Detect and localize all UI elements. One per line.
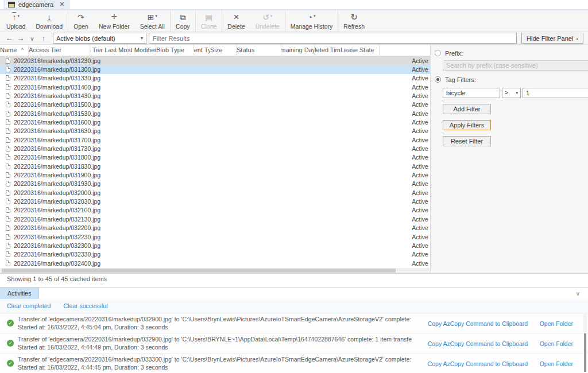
table-row[interactable]: 20220316/markedup/032000.jpg Active xyxy=(0,188,430,197)
tab-edgecamera[interactable]: edgecamera ✕ xyxy=(3,0,70,9)
table-row[interactable]: 20220316/markedup/032330.jpg Active xyxy=(0,250,430,259)
blob-status: Active xyxy=(408,66,430,73)
toolbar-button[interactable]: Open xyxy=(68,10,94,32)
table-row[interactable]: 20220316/markedup/031330.jpg Active xyxy=(0,74,430,83)
tab-title: edgecamera xyxy=(18,1,53,8)
tag-value-input[interactable] xyxy=(523,88,588,98)
table-row[interactable]: 20220316/markedup/032130.jpg Active xyxy=(0,215,430,223)
table-row[interactable]: 20220316/markedup/031800.jpg Active xyxy=(0,153,430,162)
prefix-radio[interactable] xyxy=(435,50,441,56)
column-header[interactable]: Last Modified xyxy=(127,45,156,56)
toolbar-button[interactable]: Refresh xyxy=(338,10,370,32)
clear-completed-link[interactable]: Clear completed xyxy=(7,302,51,309)
table-row[interactable]: 20220316/markedup/031600.jpg Active xyxy=(0,118,430,126)
blob-name: 20220316/markedup/032130.jpg xyxy=(14,216,100,223)
filter-results-input[interactable] xyxy=(149,33,517,44)
collapse-panel-icon[interactable]: ∨ xyxy=(576,290,580,297)
blob-view-dropdown[interactable]: Active blobs (default) ▾ xyxy=(53,33,146,44)
file-icon xyxy=(6,102,10,107)
column-header[interactable]: Status xyxy=(237,45,281,56)
file-icon xyxy=(6,216,10,222)
activities-scrollbar[interactable] xyxy=(583,314,587,372)
toolbar-button[interactable]: ▾ Select All xyxy=(135,10,171,32)
toolbar-button[interactable]: Copy xyxy=(171,10,196,32)
add-filter-button[interactable]: Add Filter xyxy=(443,104,491,114)
table-row[interactable]: 20220316/markedup/032100.jpg Active xyxy=(0,206,430,215)
table-row[interactable]: 20220316/markedup/031230.jpg Active xyxy=(0,56,430,65)
tag-operator-dropdown[interactable]: > ▾ xyxy=(502,88,521,98)
table-row[interactable]: 20220316/markedup/032030.jpg Active xyxy=(0,197,430,205)
reset-filter-button[interactable]: Reset Filter xyxy=(443,136,491,146)
table-row[interactable]: 20220316/markedup/031630.jpg Active xyxy=(0,127,430,135)
tab-close-icon[interactable]: ✕ xyxy=(59,1,64,8)
open-folder-link[interactable]: Open Folder xyxy=(540,320,573,327)
table-row[interactable]: 20220316/markedup/031700.jpg Active xyxy=(0,135,430,144)
toolbar-button-label: Refresh xyxy=(343,23,365,30)
tag-key-input[interactable] xyxy=(443,88,500,98)
status-bar: Showing 1 to 45 of 45 cached items xyxy=(0,273,588,283)
table-row[interactable]: 20220316/markedup/032300.jpg Active xyxy=(0,241,430,250)
activity-entry: ✓ Transfer of 'edgecamera/20220316/marke… xyxy=(0,313,588,333)
copy-azcopy-link[interactable]: Copy AzCopy Command to Clipboard xyxy=(428,340,528,347)
toolbar-button[interactable]: New Folder xyxy=(94,10,135,32)
toolbar-button[interactable]: Clone xyxy=(196,10,222,32)
activities-scrollbar-thumb[interactable] xyxy=(584,333,586,372)
toolbar-button[interactable]: Delete xyxy=(222,10,250,32)
up-level-icon[interactable] xyxy=(39,34,48,42)
table-row[interactable]: 20220316/markedup/031930.jpg Active xyxy=(0,180,430,188)
blob-status: Active xyxy=(408,234,430,240)
file-icon xyxy=(6,154,10,160)
blob-status: Active xyxy=(408,251,430,258)
open-folder-link[interactable]: Open Folder xyxy=(540,360,573,367)
table-row[interactable]: 20220316/markedup/031830.jpg Active xyxy=(0,162,430,170)
table-row[interactable]: 20220316/markedup/031730.jpg Active xyxy=(0,144,430,153)
copy-azcopy-link[interactable]: Copy AzCopy Command to Clipboard xyxy=(428,320,528,327)
table-row[interactable]: 20220316/markedup/031900.jpg Active xyxy=(0,170,430,179)
blob-status: Active xyxy=(408,92,430,99)
toolbar-button[interactable]: ▾ Undelete xyxy=(250,10,285,32)
activity-timing: Started at: 16/03/2022, 4:44:45 pm, Dura… xyxy=(18,364,412,371)
tab-activities[interactable]: Activities xyxy=(0,287,39,299)
column-header[interactable]: Content Type xyxy=(194,45,210,56)
table-row[interactable]: 20220316/markedup/031300.jpg Active xyxy=(0,65,430,73)
clear-successful-link[interactable]: Clear successful xyxy=(63,302,107,309)
back-icon[interactable] xyxy=(5,34,14,42)
toolbar-button[interactable]: Download xyxy=(30,10,68,32)
copy-azcopy-link[interactable]: Copy AzCopy Command to Clipboard xyxy=(428,360,528,367)
forward-icon[interactable] xyxy=(16,34,25,42)
toolbar-button-label: Clone xyxy=(201,23,216,30)
column-header[interactable]: Size xyxy=(210,45,237,56)
blob-status: Active xyxy=(408,119,430,126)
activity-entry: ✓ Transfer of 'edgecamera/20220316/marke… xyxy=(0,353,588,373)
toolbar-button[interactable]: ▾ Upload xyxy=(1,10,30,32)
activity-list: ✓ Transfer of 'edgecamera/20220316/marke… xyxy=(0,313,588,373)
blob-view-selected: Active blobs (default) xyxy=(56,35,115,42)
blob-name: 20220316/markedup/031430.jpg xyxy=(14,92,100,99)
open-folder-link[interactable]: Open Folder xyxy=(540,340,573,347)
horizontal-scrollbar[interactable] xyxy=(0,268,430,273)
success-check-icon: ✓ xyxy=(7,320,14,327)
blob-name: 20220316/markedup/032100.jpg xyxy=(14,207,100,213)
table-row[interactable]: 20220316/markedup/031400.jpg Active xyxy=(0,83,430,91)
table-row[interactable]: 20220316/markedup/031530.jpg Active xyxy=(0,109,430,118)
column-header[interactable]: Access Tier xyxy=(29,45,90,56)
chevron-down-icon[interactable] xyxy=(28,34,37,42)
prefix-search-input[interactable] xyxy=(443,60,588,71)
table-row[interactable]: 20220316/markedup/032230.jpg Active xyxy=(0,232,430,241)
column-header[interactable]: Name ^ xyxy=(0,45,29,56)
column-header[interactable]: Deleted Time xyxy=(315,45,341,56)
column-header[interactable]: Access Tier Last Modified xyxy=(90,45,127,56)
table-row[interactable]: 20220316/markedup/031500.jpg Active xyxy=(0,100,430,109)
column-header[interactable]: Lease State xyxy=(341,45,380,56)
table-row[interactable]: 20220316/markedup/032400.jpg Active xyxy=(0,259,430,267)
tag-filters-radio[interactable] xyxy=(435,76,441,83)
column-header[interactable]: Remaining Days xyxy=(281,45,315,56)
table-row[interactable]: 20220316/markedup/032200.jpg Active xyxy=(0,223,430,232)
hide-filter-panel-button[interactable]: Hide Filter Panel › xyxy=(521,33,583,44)
column-header[interactable]: Blob Type xyxy=(156,45,194,56)
horizontal-scrollbar-thumb[interactable] xyxy=(2,269,396,273)
apply-filters-button[interactable]: Apply Filters xyxy=(443,120,491,130)
toolbar-button[interactable]: ▾ Manage History xyxy=(285,10,339,32)
table-row[interactable]: 20220316/markedup/031430.jpg Active xyxy=(0,91,430,100)
chevron-down-icon: ▾ xyxy=(141,36,143,41)
